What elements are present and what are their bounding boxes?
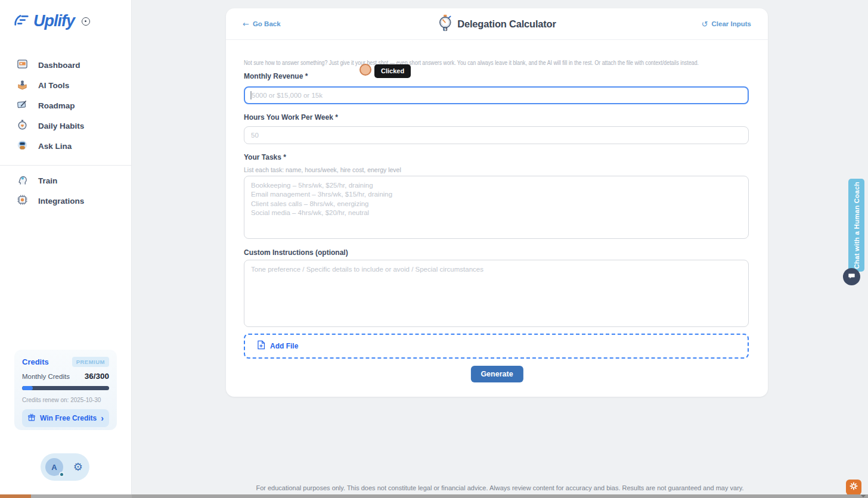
back-arrow-icon: ← — [243, 20, 249, 29]
required-asterisk: * — [305, 72, 308, 80]
stopwatch-money-icon: $ — [438, 14, 452, 34]
sidebar-divider — [0, 165, 131, 166]
settings-gear-icon[interactable]: ⚙ — [73, 462, 83, 472]
sidebar-item-label: Integrations — [38, 197, 84, 206]
page-title: Delegation Calculator — [457, 18, 556, 30]
uplify-logo-mark-icon — [13, 13, 30, 30]
daily-habits-icon — [17, 119, 28, 133]
dashboard-icon — [17, 58, 28, 72]
sidebar-item-train[interactable]: Train — [0, 170, 131, 191]
add-file-label: Add File — [270, 342, 298, 350]
credits-progress-fill — [22, 386, 33, 390]
click-indicator — [359, 64, 371, 76]
win-free-credits-button[interactable]: Win Free Credits › — [22, 409, 109, 427]
sidebar-toggle-icon[interactable] — [82, 17, 90, 26]
roadmap-icon — [17, 99, 28, 113]
chevron-right-icon: › — [101, 413, 104, 423]
file-plus-icon — [257, 340, 265, 352]
sidebar-item-label: AI Tools — [38, 81, 69, 90]
train-icon — [17, 174, 28, 188]
bottom-scrollbar[interactable] — [0, 494, 868, 498]
monthly-credits-value: 36/300 — [85, 372, 109, 381]
clear-inputs-link[interactable]: ↺ Clear Inputs — [702, 20, 751, 29]
credits-title: Credits — [22, 357, 49, 366]
hours-label: Hours You Work Per Week * — [244, 113, 338, 122]
sidebar-item-label: Train — [38, 176, 57, 185]
custom-instructions-textarea[interactable] — [244, 260, 749, 327]
credits-card: Credits PREMIUM Monthly Credits 36/300 C… — [14, 350, 117, 430]
clear-inputs-label: Clear Inputs — [712, 20, 751, 27]
footer-disclaimer: For educational purposes only. This does… — [132, 484, 868, 491]
monthly-revenue-input[interactable] — [244, 86, 749, 104]
required-asterisk: * — [283, 153, 286, 161]
monthly-revenue-label: Monthly Revenue * — [244, 72, 308, 80]
hours-input[interactable] — [244, 126, 749, 144]
sidebar-nav: Dashboard AI Tools — [0, 55, 131, 211]
sidebar-item-ai-tools[interactable]: AI Tools — [0, 75, 131, 95]
sidebar-item-label: Roadmap — [38, 101, 75, 110]
scrollbar-arrow — [861, 495, 866, 497]
chat-bubble-icon — [848, 272, 855, 282]
ask-lina-icon — [17, 139, 28, 153]
your-tasks-textarea[interactable] — [244, 176, 749, 239]
sidebar-item-dashboard[interactable]: Dashboard — [0, 55, 131, 75]
win-free-credits-label: Win Free Credits — [40, 414, 97, 422]
gift-icon — [27, 413, 36, 424]
user-pill: A ⚙ — [41, 453, 89, 481]
online-status-dot — [59, 472, 64, 477]
go-back-label: Go Back — [253, 20, 281, 27]
clicked-tooltip: Clicked — [374, 64, 411, 78]
required-asterisk: * — [335, 113, 338, 122]
avatar-initial: A — [51, 463, 57, 472]
credits-renew-text: Credits renew on: 2025-10-30 — [22, 397, 109, 403]
uplify-logo-text: Uplify — [33, 12, 75, 30]
sidebar: Uplify Dashboard — [0, 0, 132, 498]
add-file-button[interactable]: Add File — [244, 334, 749, 359]
generate-button[interactable]: Generate — [470, 366, 523, 382]
sidebar-item-integrations[interactable]: Integrations — [0, 191, 131, 211]
sidebar-item-label: Dashboard — [38, 61, 80, 70]
sidebar-item-ask-lina[interactable]: Ask Lina — [0, 136, 131, 156]
starburst-icon — [849, 481, 858, 493]
ai-tools-icon — [17, 79, 28, 92]
chat-with-human-coach-tab[interactable]: Chat with a Human Coach — [848, 179, 864, 272]
monthly-credits-label: Monthly Credits — [22, 373, 70, 380]
sidebar-item-daily-habits[interactable]: Daily Habits — [0, 116, 131, 136]
custom-instructions-label: Custom Instructions (optional) — [244, 248, 348, 257]
sidebar-item-roadmap[interactable]: Roadmap — [0, 95, 131, 116]
svg-text:$: $ — [444, 27, 446, 30]
card-title-wrap: $ Delegation Calculator — [438, 14, 556, 34]
refresh-icon: ↺ — [702, 20, 708, 29]
your-tasks-label: Your Tasks * — [244, 153, 286, 161]
helper-text: Not sure how to answer something? Just g… — [244, 59, 699, 66]
chat-tab-label: Chat with a Human Coach — [853, 182, 860, 269]
scrollbar-orange-segment — [0, 494, 31, 498]
scrollbar-sidebar-segment — [31, 494, 132, 498]
card-header: ← Go Back $ Delegation Calculator — [226, 8, 768, 40]
go-back-link[interactable]: ← Go Back — [243, 20, 281, 29]
text-caret — [250, 91, 252, 99]
integrations-icon — [17, 194, 28, 208]
logo-row: Uplify — [13, 12, 90, 30]
sidebar-item-label: Daily Habits — [38, 122, 84, 130]
delegation-calculator-card: ← Go Back $ Delegation Calculator — [226, 8, 768, 397]
accessibility-widget-button[interactable] — [846, 480, 861, 495]
app-screen: Uplify Dashboard — [0, 0, 868, 498]
your-tasks-hint: List each task: name, hours/week, hire c… — [244, 166, 401, 173]
sidebar-item-label: Ask Lina — [38, 142, 72, 151]
premium-badge: PREMIUM — [72, 357, 109, 367]
avatar[interactable]: A — [45, 458, 63, 476]
credits-progress-bar — [22, 386, 109, 390]
chat-bubble-button[interactable] — [843, 268, 860, 285]
